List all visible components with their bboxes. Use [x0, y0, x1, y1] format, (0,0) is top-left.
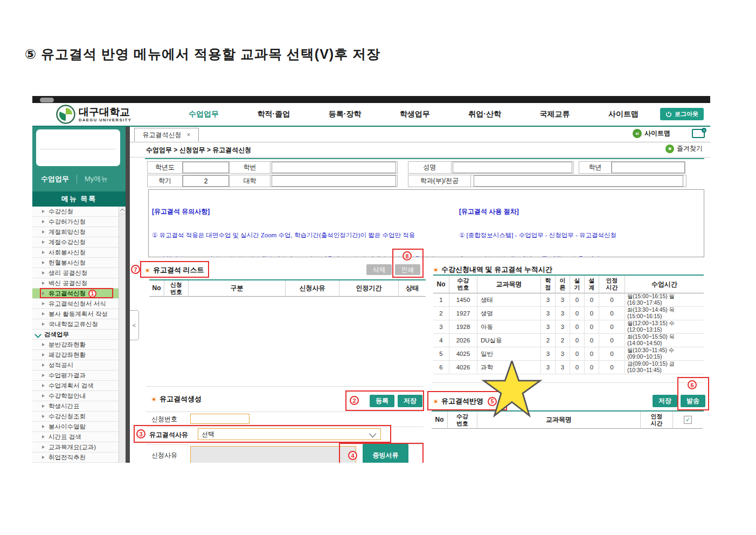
sidebar-item-domestic-credit[interactable]: 국내학점교류신청 [32, 319, 126, 330]
dept-cell [470, 175, 686, 187]
reason-select-value: 선택 [202, 430, 214, 439]
sidebar-item-credit-guide[interactable]: 수강학점안내 [32, 391, 126, 401]
sidebar-item-sugang[interactable]: 수강신청 [32, 207, 126, 217]
name-input[interactable] [453, 162, 573, 173]
sidebar-tab-mymenu[interactable]: My메뉴 [85, 174, 108, 184]
delete-button[interactable]: 삭제 [366, 264, 392, 275]
nav-item-registration[interactable]: 등록·장학 [329, 109, 362, 119]
table-row[interactable]: 42026DU실용22000화(15:00~15:50) 목(14:00~14:… [433, 334, 704, 347]
check-column-header: ✓ [673, 411, 703, 429]
attach-button[interactable]: 증빙서류 [363, 444, 408, 463]
nav-item-records[interactable]: 학적·졸업 [257, 109, 290, 119]
apply-save-button[interactable]: 저장 [653, 395, 677, 407]
bullet-icon [433, 268, 438, 272]
sidebar-content-divider [126, 127, 130, 463]
sidebar-item-yugo-form[interactable]: 유고결석신청서 서식 [32, 299, 126, 309]
sidebar-item-seasonal[interactable]: 계절수강신청 [32, 237, 126, 248]
grade-label: 학년 [579, 161, 612, 174]
sidebar: 수업업무 My메뉴 메뉴 목록 수강신청 수강허가신청 계절희망신청 계절수강신… [32, 127, 126, 463]
nav-item-career[interactable]: 취업·산학 [468, 109, 501, 119]
sidebar-item-menstrual-absence[interactable]: 생리 공결신청 [32, 268, 126, 278]
college-cell [270, 175, 398, 187]
scroll-up-icon[interactable] [119, 207, 125, 214]
list-table-header: No 신청 번호 구분 신청사유 인정기간 상태 [149, 280, 426, 297]
dept-label: 학과(부)/전공 [408, 175, 471, 187]
annotation-7: 7 [131, 265, 140, 274]
table-row[interactable]: 64026과학33000금(09:00~10:15) 금(10:30~11:45… [433, 361, 704, 374]
sidebar-item-syllabus-search[interactable]: 수업계획서 검색 [32, 381, 126, 391]
sidebar-scrollbar[interactable] [119, 207, 126, 463]
print-button[interactable]: 인쇄 [395, 264, 420, 275]
sidebar-item-vaccine-absence[interactable]: 백신 공결신청 [32, 278, 126, 289]
term-cell [182, 175, 230, 187]
arrow-icon [42, 323, 45, 326]
apply-section-title: 유고결석반영 [441, 396, 483, 406]
year-input[interactable] [183, 162, 229, 173]
dept-input[interactable] [474, 175, 683, 187]
enroll-section-title-row: 수강신청내역 및 유고결석 누적시간 [433, 265, 552, 275]
sidebar-item-clipped[interactable]: 취업전직추천 [32, 452, 126, 463]
table-row[interactable]: 54025일반33000월(10:30~11:45) 수(09:00~10:15… [433, 347, 704, 361]
nav-item-sitemap[interactable]: 사이트맵 [608, 109, 639, 119]
close-icon[interactable]: × [186, 131, 190, 139]
sidebar-tab-classwork[interactable]: 수업업무 [41, 174, 69, 184]
sidebar-collapse-handle[interactable]: < [130, 310, 139, 340]
sidebar-section-search[interactable]: 검색업무 [32, 330, 126, 340]
send-button[interactable]: 발송 [681, 395, 705, 407]
sidebar-item-sugang-lookup[interactable]: 수강신청조회 [32, 411, 126, 422]
reason-textarea[interactable] [190, 446, 356, 463]
sidebar-item-service-plan[interactable]: 봉사 활동계획서 작성 [32, 309, 126, 319]
grade-input[interactable] [612, 162, 685, 173]
sidebar-item-timetable[interactable]: 학생시간표 [32, 401, 126, 411]
arrow-icon [42, 445, 45, 449]
notice-right: [유고결석 사용 절차] ① [종합정보시스템] - 수업업무 - 신청업무 -… [456, 190, 704, 257]
popup-window-icon[interactable]: × [692, 129, 705, 138]
reason-label: 신청사유 [151, 451, 177, 460]
sidebar-item-class-eval[interactable]: 수업평가결과 [32, 371, 126, 381]
studentno-input[interactable] [272, 162, 397, 173]
reqno-input[interactable] [190, 414, 249, 424]
sidebar-menu-title: 메뉴 목록 [32, 191, 126, 207]
notice-left: [유고결석 유의사항] ① 유고결석 적용은 대면수업 및 실시간 Zoom 수… [149, 190, 456, 257]
nav-item-classwork[interactable]: 수업업무 [189, 109, 219, 119]
register-button[interactable]: 등록 [370, 395, 394, 407]
nav-item-student[interactable]: 학생업무 [400, 109, 430, 119]
sidebar-item-sugang-permit[interactable]: 수강허가신청 [32, 217, 126, 227]
arrow-icon [42, 394, 45, 397]
tab-yugo-absence[interactable]: 유고결석신청 × [134, 128, 199, 142]
logout-button[interactable]: 로그아웃 [660, 108, 704, 120]
college-label: 대학 [229, 175, 271, 187]
app-body: 수업업무 My메뉴 메뉴 목록 수강신청 수강허가신청 계절희망신청 계절수강신… [32, 127, 710, 463]
arrow-icon [42, 220, 45, 223]
reqno-label: 신청번호 [151, 415, 177, 424]
sidebar-item-timetable-search[interactable]: 시간표 검색 [32, 432, 126, 442]
arrow-icon [42, 384, 45, 387]
college-input[interactable] [272, 175, 397, 187]
sidebar-item-social-service[interactable]: 사회봉사신청 [32, 248, 126, 258]
table-row[interactable]: 21927생명33000화(13:30~14:45) 목(15:00~16:15… [433, 307, 704, 320]
annotation-4: 4 [348, 451, 357, 460]
sidebar-item-blood-service[interactable]: 헌혈봉사신청 [32, 258, 126, 268]
create-save-button[interactable]: 저장 [398, 395, 422, 407]
sidebar-item-service-record[interactable]: 봉사이수열람 [32, 422, 126, 432]
sidebar-item-seasonal-hope[interactable]: 계절희망신청 [32, 227, 126, 237]
sidebar-item-yugo-absence[interactable]: 유고결석신청 1 [32, 289, 126, 299]
sitemap-button[interactable]: si 사이트맵 [633, 129, 670, 138]
reason-select[interactable]: 선택 [198, 428, 381, 440]
create-section-title-row: 유고결석생성 [151, 394, 202, 404]
table-row[interactable]: 11450생태33000월(15:00~16:15) 월(16:30~17:45… [433, 293, 704, 307]
sidebar-item-course-outline[interactable]: 교과목개요(교과) [32, 442, 126, 452]
favorite-button[interactable]: ★ 즐겨찾기 [665, 144, 703, 153]
sidebar-item-divided-courses[interactable]: 분반강좌현황 [32, 340, 126, 350]
arrow-icon [42, 282, 45, 285]
select-all-checkbox[interactable]: ✓ [684, 416, 692, 424]
sidebar-item-closed-courses[interactable]: 폐강강좌현황 [32, 350, 126, 360]
term-input[interactable] [183, 175, 229, 187]
divider [146, 411, 424, 412]
arrow-icon [42, 404, 45, 408]
nav-item-international[interactable]: 국제교류 [539, 109, 570, 119]
sidebar-item-grade-posting[interactable]: 성적공시 [32, 360, 126, 371]
table-row[interactable]: 31928아동33000월(12:00~13:15) 수(12:00~13:15… [433, 320, 704, 334]
sidebar-tabs: 수업업무 My메뉴 [32, 171, 126, 187]
tab-strip: 유고결석신청 × si 사이트맵 × [130, 127, 710, 142]
